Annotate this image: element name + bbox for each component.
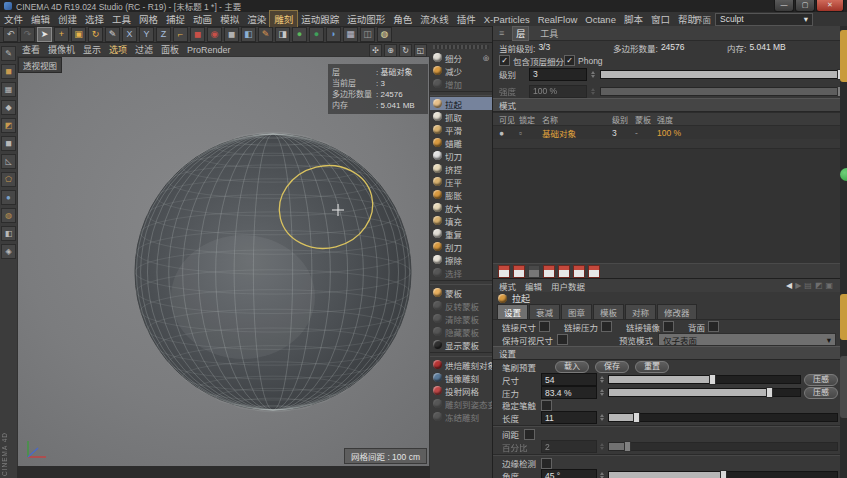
viewport-menu-item[interactable]: 摄像机 [48,43,75,56]
toolbar-icon[interactable]: ↶ [3,27,18,42]
sculpt-brush-item[interactable]: 挤捏 [430,162,492,175]
sculpt-brush-item[interactable]: 蜡雕 [430,136,492,149]
close-button[interactable]: ✕ [816,0,844,12]
attribute-menu-item[interactable]: 用户数据 [551,280,585,292]
toolbar-icon[interactable]: ◗ [326,27,341,42]
brush-options-icon[interactable]: ◎ [483,54,489,62]
sculpt-brush-item[interactable]: 擦除 [430,253,492,266]
viewport-menu-item[interactable]: ProRender [187,45,231,55]
toolbar-icon[interactable]: ◍ [377,27,392,42]
mode-icon[interactable]: ⬠ [1,172,16,187]
sculpt-brush-item[interactable]: 放大 [430,201,492,214]
sculpt-brush-item[interactable]: 显示蒙板 [430,338,492,351]
layer-manager-tab[interactable]: 工具 [537,27,561,40]
level-spinner[interactable] [591,69,596,80]
docked-panel-tab[interactable] [840,294,847,340]
checkbox[interactable] [564,55,575,66]
viewport-nav-icon[interactable]: ⊕ [384,44,397,57]
checkbox[interactable] [708,321,719,332]
view-label[interactable]: 透视视图 [18,57,62,73]
layout-dropdown[interactable]: Sculpt ▾ [715,13,813,26]
sculpt-brush-item[interactable]: 烘焙雕刻对象 [430,358,492,371]
attribute-menu-item[interactable]: 模式 [499,280,516,292]
mode-icon[interactable]: ◺ [1,154,16,169]
viewport-menu-item[interactable]: 过滤 [135,43,153,56]
toolbar-icon[interactable]: ➤ [37,27,52,42]
plugin-badge-icon[interactable] [840,168,847,181]
sculpt-brush-item[interactable]: 膨胀 [430,188,492,201]
viewport-menu-item[interactable]: 面板 [161,43,179,56]
checkbox[interactable] [539,321,550,332]
link-option[interactable]: 背面 [688,321,719,333]
checkbox[interactable] [541,458,552,469]
viewport-nav-icon[interactable]: ✣ [369,44,382,57]
history-forward-icon[interactable]: ▶ [795,281,801,290]
preset-bookmark-icon[interactable] [588,265,600,278]
pressure-spinner[interactable] [600,387,605,398]
sculpt-brush-item[interactable]: 清除蒙板 [430,312,492,325]
percent-slider[interactable] [608,442,838,451]
mode-icon[interactable]: ◈ [1,244,16,259]
angle-slider[interactable] [608,471,838,478]
pressure-pressure-button[interactable]: 压感 [804,387,838,399]
checkbox[interactable] [601,321,612,332]
size-slider[interactable] [608,375,801,384]
sculpt-brush-item[interactable]: 压平 [430,175,492,188]
angle-spinner[interactable] [600,470,605,478]
attribute-tab[interactable]: 对称 [625,304,656,319]
percent-spinner[interactable] [600,441,605,452]
sculpt-brush-item[interactable]: 重复 [430,227,492,240]
preset-bookmark-icon[interactable] [573,265,585,278]
attribute-tab[interactable]: 设置 [497,304,528,319]
checkbox[interactable] [541,400,552,411]
size-pressure-button[interactable]: 压感 [804,374,838,386]
menu-item[interactable]: 网格 [135,11,162,27]
angle-value[interactable]: 45 ° [541,469,597,478]
mode-icon[interactable]: ◩ [1,118,16,133]
toolbar-icon[interactable]: X [122,27,137,42]
link-option[interactable]: 链接尺寸 [502,321,550,333]
sculpt-brush-item[interactable] [430,280,492,285]
viewport-menu-item[interactable]: 查看 [22,43,40,56]
menu-item[interactable]: 工具 [108,11,135,27]
toolbar-icon[interactable]: ↷ [20,27,35,42]
attribute-tab[interactable]: 衰减 [529,304,560,319]
toolbar-icon[interactable]: ◫ [360,27,375,42]
layer-lock-toggle[interactable]: ▫ [519,128,542,138]
sculpt-brush-item[interactable]: 反转蒙板 [430,299,492,312]
menu-item[interactable]: 脚本 [620,11,647,27]
viewport-menu-item[interactable]: 选项 [109,43,127,56]
menu-item[interactable]: 动画 [189,11,216,27]
size-value[interactable]: 54 [541,373,597,386]
menu-item[interactable]: 窗口 [647,11,674,27]
sculpt-brush-item[interactable]: 切刀 [430,149,492,162]
checkbox[interactable] [499,55,510,66]
toolbar-icon[interactable]: ◧ [241,27,256,42]
link-option[interactable]: 链接镜像 [626,321,674,333]
menu-item[interactable]: X-Particles [480,13,534,26]
sculpt-brush-item[interactable] [430,352,492,357]
menu-item[interactable]: 文件 [0,11,27,27]
mode-icon[interactable]: ◼ [1,64,16,79]
sculpt-brush-item[interactable]: 拉起 [430,97,492,110]
toolbar-icon[interactable]: ◼ [224,27,239,42]
length-slider[interactable] [608,413,838,422]
attribute-corner-icon[interactable]: ▤ [804,281,812,290]
toolbar-icon[interactable]: ⌐ [173,27,188,42]
menu-item[interactable]: 流水线 [416,11,453,27]
preset-button[interactable]: 保存 [595,361,629,373]
edge-detect-row[interactable]: 边缘检测 [493,457,847,469]
preset-bookmark-icon[interactable] [528,265,540,278]
mode-icon[interactable]: ✎ [1,46,16,61]
toolbar-icon[interactable]: ▣ [71,27,86,42]
viewport-nav-icon[interactable]: ◱ [414,44,427,57]
viewport-canvas[interactable]: 透视视图 层: 基础对象 当前层: 3 多边形数量: 24576 内存: 5.0… [18,57,429,466]
preset-bookmark-icon[interactable] [558,265,570,278]
attribute-corner-icon[interactable]: ◩ [815,281,823,290]
toolbar-icon[interactable]: ✎ [105,27,120,42]
toolbar-icon[interactable]: + [54,27,69,42]
sculpt-brush-item[interactable]: 选择 [430,266,492,279]
attribute-tab[interactable]: 图章 [561,304,592,319]
layer-visible-toggle[interactable]: ● [499,128,519,138]
checkbox[interactable] [524,429,535,440]
